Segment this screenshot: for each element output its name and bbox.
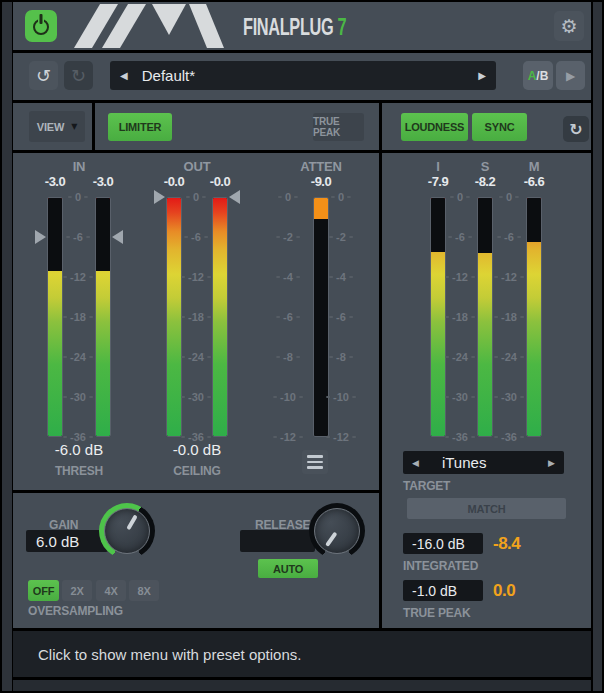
preset-selector[interactable]: ◀ Default* ▶ <box>110 61 496 90</box>
thresh-marker-left[interactable] <box>35 230 46 244</box>
left-frame-strip <box>2 2 12 691</box>
in-peak-right: -3.0 <box>85 174 121 189</box>
in-meter-scale: 0-6-12-18-24-30-36 <box>61 197 95 437</box>
bottom-strip <box>13 680 591 691</box>
true-peak-label: TRUE PEAK <box>313 116 364 138</box>
preset-prev-icon[interactable]: ◀ <box>120 70 128 81</box>
undo-button[interactable]: ↺ <box>29 61 58 90</box>
gear-icon: ⚙ <box>560 15 577 37</box>
true-peak-toggle[interactable]: TRUE PEAK <box>313 113 364 141</box>
view-menu-button[interactable]: VIEW ▼ <box>29 111 85 142</box>
sm-meter-scale: 0-6-12-18-24-30-36 <box>492 197 526 437</box>
power-icon <box>33 19 49 35</box>
atten-scale-left: 0-2-4-6-8-10-12 <box>271 197 305 437</box>
loudness-toggle[interactable]: LOUDNESS <box>401 113 468 141</box>
sync-toggle[interactable]: SYNC <box>472 113 527 141</box>
refresh-icon: ↻ <box>569 120 582 139</box>
out-meter-right <box>212 197 228 437</box>
out-section-label: OUT <box>156 159 238 174</box>
true-peak-readout: 0.0 <box>493 581 515 601</box>
target-next-icon[interactable]: ▶ <box>548 458 555 468</box>
auto-label: AUTO <box>273 563 303 575</box>
match-label: MATCH <box>468 503 506 515</box>
preset-play-button[interactable]: ▶ <box>556 61 585 90</box>
brand-logo <box>73 4 225 48</box>
sync-label: SYNC <box>485 121 515 133</box>
true-peak-target-field[interactable]: -1.0 dB <box>403 580 483 601</box>
limiter-cell: LIMITER TRUE PEAK <box>95 103 379 150</box>
status-bar[interactable]: Click to show menu with preset options. <box>13 631 591 677</box>
ceiling-value[interactable]: -0.0 dB <box>131 441 263 458</box>
redo-button[interactable]: ↻ <box>64 61 93 90</box>
preset-next-icon[interactable]: ▶ <box>478 70 486 81</box>
in-section-label: IN <box>37 159 121 174</box>
preset-name: Default* <box>142 67 195 84</box>
redo-icon: ↻ <box>71 65 86 86</box>
thresh-value[interactable]: -6.0 dB <box>13 441 145 458</box>
reset-meters-button[interactable]: ↻ <box>563 116 589 142</box>
true-peak-label: TRUE PEAK <box>403 606 471 620</box>
limiter-label: LIMITER <box>119 121 162 133</box>
ceiling-marker-left[interactable] <box>154 190 165 204</box>
meter-panel: IN -3.0 -3.0 0-6-12-18-24-30-36 -6.0 dB … <box>13 153 379 490</box>
oversampling-4x-button[interactable]: 4X <box>96 580 126 601</box>
s-peak: -8.2 <box>467 174 503 189</box>
status-text: Click to show menu with preset options. <box>38 646 301 663</box>
meter-menu-button[interactable] <box>302 450 328 474</box>
right-frame-strip <box>593 2 602 691</box>
finalplug-window: FINALPLUG 7 ⚙ ↺ ↻ ◀ Default* ▶ A/B ▶ VIE… <box>0 0 604 693</box>
ceiling-label: CEILING <box>131 464 263 478</box>
out-peak-right: -0.0 <box>202 174 238 189</box>
plugin-title: FINALPLUG 7 <box>243 13 346 41</box>
plugin-version: 7 <box>338 13 347 40</box>
preset-bar: ↺ ↻ ◀ Default* ▶ A/B ▶ <box>13 53 591 100</box>
gain-field[interactable]: 6.0 dB <box>26 530 108 552</box>
oversampling-8x-button[interactable]: 8X <box>129 580 159 601</box>
integrated-target-field[interactable]: -16.0 dB <box>403 533 483 554</box>
shortterm-meter-label: S <box>467 159 503 174</box>
oversampling-2x-button[interactable]: 2X <box>62 580 92 601</box>
atten-peak: -9.0 <box>303 174 339 189</box>
view-cell: VIEW ▼ <box>13 103 92 150</box>
s-meter <box>477 197 493 437</box>
ceiling-marker-right[interactable] <box>229 190 240 204</box>
target-value: iTunes <box>442 454 486 471</box>
ab-b-label: /B <box>536 69 548 83</box>
m-meter <box>526 197 542 437</box>
settings-button[interactable]: ⚙ <box>554 11 584 41</box>
gain-knob[interactable] <box>99 503 155 559</box>
oversampling-off-button[interactable]: OFF <box>28 580 59 601</box>
header-bar: FINALPLUG 7 ⚙ <box>13 2 591 50</box>
release-field[interactable] <box>240 530 315 552</box>
loudness-cell: LOUDNESS SYNC ↻ <box>382 103 591 150</box>
match-button[interactable]: MATCH <box>407 498 566 519</box>
power-button[interactable] <box>25 10 57 42</box>
atten-scale-right: 0-2-4-6-8-10-12 <box>324 197 358 437</box>
view-label: VIEW <box>37 121 64 133</box>
target-selector[interactable]: ◀ iTunes ▶ <box>403 451 564 474</box>
limiter-toggle[interactable]: LIMITER <box>108 113 172 141</box>
release-knob[interactable] <box>309 503 365 559</box>
play-icon: ▶ <box>566 69 575 83</box>
integrated-meter-label: I <box>420 159 456 174</box>
thresh-marker-right[interactable] <box>112 230 123 244</box>
in-peak-left: -3.0 <box>37 174 73 189</box>
undo-icon: ↺ <box>36 65 51 86</box>
out-peak-left: -0.0 <box>156 174 192 189</box>
release-auto-toggle[interactable]: AUTO <box>258 559 318 578</box>
loudness-label: LOUDNESS <box>405 121 465 133</box>
m-peak: -6.6 <box>516 174 552 189</box>
target-label: TARGET <box>403 479 450 493</box>
integrated-readout: -8.4 <box>493 534 520 554</box>
dynamics-panel: GAIN 6.0 dB RELEASE AUTO OFF 2X 4X 8X OV… <box>13 493 379 628</box>
loudness-panel: I S M -7.9 -8.2 -6.6 0-6-12-18-24-30-36 … <box>382 153 591 628</box>
in-meter-right <box>95 197 111 437</box>
atten-section-label: ATTEN <box>291 159 351 174</box>
integrated-label: INTEGRATED <box>403 559 478 573</box>
target-prev-icon[interactable]: ◀ <box>412 458 419 468</box>
oversampling-label: OVERSAMPLING <box>28 604 123 618</box>
ab-compare-button[interactable]: A/B <box>523 61 553 90</box>
i-peak: -7.9 <box>420 174 456 189</box>
is-meter-scale: 0-6-12-18-24-30-36 <box>443 197 477 437</box>
out-meter-scale: 0-6-12-18-24-30-36 <box>179 197 213 437</box>
